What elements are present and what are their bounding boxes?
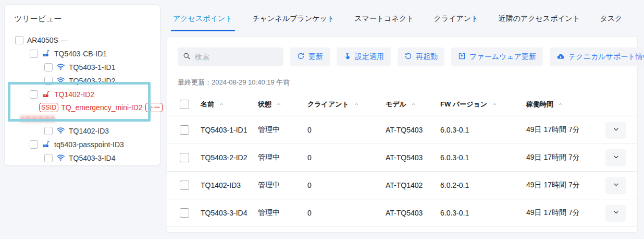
tab-channel-blanket[interactable]: チャンネルブランケット <box>253 14 335 25</box>
column-header-fw-version[interactable]: FW バージョン <box>440 100 526 109</box>
tab-tasks[interactable]: タスク <box>600 14 622 25</box>
sort-caret-icon[interactable] <box>492 102 497 107</box>
cell-name: TQ5403-3-ID4 <box>201 209 258 217</box>
chevron-down-icon <box>613 209 620 217</box>
cell-clients: 0 <box>307 209 386 217</box>
row-expand-button[interactable] <box>605 205 626 222</box>
search-icon <box>183 52 191 62</box>
cell-model: AT-TQ5403 <box>386 126 440 134</box>
access-points-panel: 更新 設定適用 再起動 ファームウェア更新 テクニカルサポート情報 <box>167 37 638 233</box>
checkbox[interactable] <box>15 36 23 44</box>
last-updated-text: 最終更新：2024-08-29 10:40:19 午前 <box>178 78 627 87</box>
sort-caret-icon[interactable] <box>354 102 359 107</box>
access-point-icon <box>42 49 51 59</box>
tree-node-label: TQ5403-CB-ID1 <box>54 50 107 58</box>
cell-name: TQ1402-ID3 <box>201 181 258 189</box>
cell-uptime: 49日 17時間 7分 <box>526 208 604 218</box>
refresh-button[interactable]: 更新 <box>290 47 330 66</box>
row-expand-button[interactable] <box>605 149 626 166</box>
cell-model: AT-TQ5403 <box>386 153 440 162</box>
tab-bar: アクセスポイント チャンネルブランケット スマートコネクト クライアント 近隣の… <box>167 7 638 31</box>
tree-node-label: TQ5403-2-ID2 <box>69 77 115 85</box>
tree-node-label: TQ5403-3-ID4 <box>69 154 115 162</box>
redacted-key-blur <box>20 116 55 122</box>
table-header-row: 名前 状態 クライアント モデル FW バージョン 稼働時間 <box>167 92 637 116</box>
checkbox[interactable] <box>44 63 53 71</box>
checkbox[interactable] <box>30 140 38 149</box>
row-checkbox[interactable] <box>180 181 189 190</box>
cell-fw-version: 6.0.3-0.1 <box>440 209 526 217</box>
checkbox[interactable] <box>44 127 53 135</box>
column-header-uptime[interactable]: 稼働時間 <box>526 100 604 109</box>
tree-view-panel: ツリービュー AR4050S — TQ5403-CB-ID1 TQ5403-1-… <box>4 4 160 166</box>
tech-support-button[interactable]: テクニカルサポート情報 <box>550 47 644 66</box>
table-row: TQ5403-2-ID2 管理中 0 AT-TQ5403 6.0.3-0.1 4… <box>167 144 637 172</box>
tree-node-tq1402-id2-alert[interactable]: TQ1402-ID2 <box>13 88 153 101</box>
column-header-clients[interactable]: クライアント <box>307 100 386 109</box>
cell-uptime: 49日 17時間 7分 <box>526 153 604 162</box>
checkbox[interactable] <box>30 50 38 58</box>
row-checkbox[interactable] <box>180 125 189 135</box>
cell-uptime: 49日 17時間 7分 <box>526 181 604 190</box>
apply-config-button[interactable]: 設定適用 <box>337 47 391 66</box>
tree-node-label: TQ5403-1-ID1 <box>69 63 115 71</box>
cell-clients: 0 <box>307 153 386 162</box>
tree-node-tq1402-id3[interactable]: TQ1402-ID3 <box>13 124 153 138</box>
tree-node-tq5403-3-id4[interactable]: TQ5403-3-ID4 <box>13 151 153 165</box>
checkbox[interactable] <box>30 90 38 99</box>
tree-node-tq5403-2-id2[interactable]: TQ5403-2-ID2 <box>13 74 153 88</box>
column-header-model[interactable]: モデル <box>386 100 440 109</box>
tab-clients[interactable]: クライアント <box>434 14 479 25</box>
cell-fw-version: 6.0.2-0.1 <box>440 181 526 189</box>
cell-clients: 0 <box>307 181 386 189</box>
checkbox[interactable] <box>44 77 53 85</box>
ssid-name: TQ_emergency_mini-ID2 <box>61 103 142 112</box>
column-header-name[interactable]: 名前 <box>201 100 258 109</box>
tab-access-points[interactable]: アクセスポイント <box>173 14 233 25</box>
tree-node-ar4050s[interactable]: AR4050S — <box>13 33 153 47</box>
select-all-checkbox[interactable] <box>180 100 189 109</box>
touch-apply-icon <box>343 52 351 62</box>
cell-fw-version: 6.0.3-0.1 <box>440 153 526 162</box>
access-point-icon <box>42 139 51 150</box>
checkbox[interactable] <box>44 154 53 162</box>
row-expand-button[interactable] <box>605 122 626 139</box>
search-input[interactable] <box>195 53 278 61</box>
row-checkbox[interactable] <box>180 208 189 218</box>
access-point-alert-icon <box>42 89 51 100</box>
firmware-update-button[interactable]: ファームウェア更新 <box>451 47 543 66</box>
cell-name: TQ5403-1-ID1 <box>201 126 258 134</box>
tree-view-title: ツリービュー <box>14 14 153 24</box>
reboot-button[interactable]: 再起動 <box>398 47 444 66</box>
cell-name: TQ5403-2-ID2 <box>201 153 258 162</box>
tree-node-label: TQ1402-ID3 <box>69 127 109 135</box>
cell-model: AT-TQ1402 <box>386 181 440 189</box>
row-expand-button[interactable] <box>605 177 626 194</box>
cell-status: 管理中 <box>258 181 307 190</box>
cell-uptime: 49日 17時間 7分 <box>526 125 604 135</box>
table-row: TQ1402-ID3 管理中 0 AT-TQ1402 6.0.2-0.1 49日… <box>167 172 637 199</box>
firmware-download-icon <box>458 52 466 62</box>
redacted-key-row <box>13 114 153 124</box>
table-row: TQ5403-1-ID1 管理中 0 AT-TQ5403 6.0.3-0.1 4… <box>167 116 637 144</box>
sort-caret-icon[interactable] <box>411 102 416 107</box>
tree-node-label: AR4050S — <box>27 36 68 44</box>
ssid-info-row: SSID TQ_emergency_mini-ID2 キー <box>13 101 153 114</box>
tab-smart-connect[interactable]: スマートコネクト <box>354 14 414 25</box>
tab-neighbor-access-points[interactable]: 近隣のアクセスポイント <box>499 14 580 25</box>
key-badge: キー <box>145 103 163 112</box>
sort-caret-icon[interactable] <box>219 102 224 107</box>
column-header-status[interactable]: 状態 <box>258 100 307 109</box>
row-checkbox[interactable] <box>180 153 189 162</box>
sort-caret-icon[interactable] <box>276 102 281 107</box>
sort-caret-icon[interactable] <box>558 102 563 107</box>
search-box[interactable] <box>178 47 283 66</box>
tree-node-tq5403-1-id1[interactable]: TQ5403-1-ID1 <box>13 61 153 74</box>
cell-clients: 0 <box>307 126 386 134</box>
cloud-download-icon <box>556 52 565 62</box>
wifi-icon <box>56 62 65 73</box>
restart-icon <box>404 52 412 62</box>
tree-node-tq5403-passpoint-id3[interactable]: tq5403-passpoint-ID3 <box>13 138 153 151</box>
ssid-badge: SSID <box>39 103 58 112</box>
tree-node-tq5403-cb-id1[interactable]: TQ5403-CB-ID1 <box>13 47 153 61</box>
